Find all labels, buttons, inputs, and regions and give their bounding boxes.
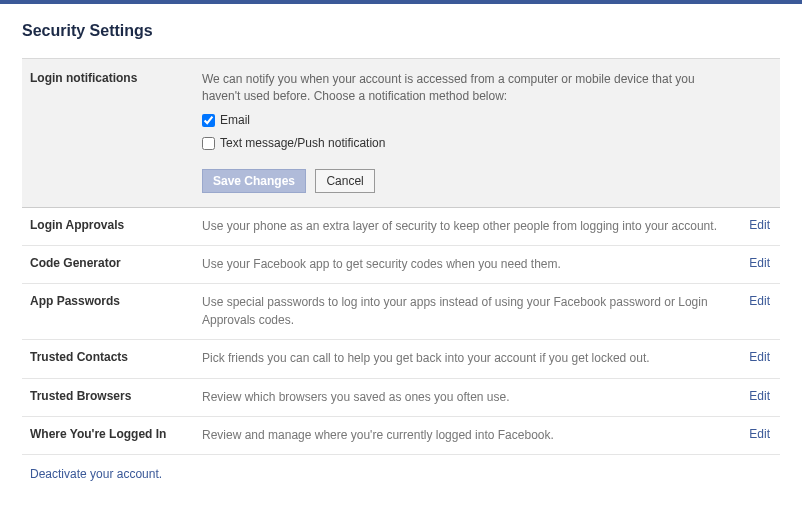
button-row: Save Changes Cancel (202, 169, 720, 193)
section-app-passwords[interactable]: App Passwords Use special passwords to l… (22, 284, 780, 340)
section-body-app-passwords: Use special passwords to log into your a… (202, 294, 730, 329)
save-button[interactable]: Save Changes (202, 169, 306, 193)
section-label-app-passwords: App Passwords (22, 294, 202, 329)
section-where-logged-in[interactable]: Where You're Logged In Review and manage… (22, 417, 780, 455)
section-body-login-approvals: Use your phone as an extra layer of secu… (202, 218, 730, 235)
section-body-trusted-browsers: Review which browsers you saved as ones … (202, 389, 730, 406)
edit-link-code-generator[interactable]: Edit (749, 256, 770, 270)
edit-link-app-passwords[interactable]: Edit (749, 294, 770, 308)
checkbox-row-email: Email (202, 112, 720, 129)
section-body-trusted-contacts: Pick friends you can call to help you ge… (202, 350, 730, 367)
checkbox-row-text: Text message/Push notification (202, 135, 720, 152)
cancel-button[interactable]: Cancel (315, 169, 374, 193)
section-label-trusted-contacts: Trusted Contacts (22, 350, 202, 367)
page-title: Security Settings (22, 22, 780, 40)
section-body-where-logged-in: Review and manage where you're currently… (202, 427, 730, 444)
checkbox-email-label[interactable]: Email (220, 112, 250, 129)
section-label-login-approvals: Login Approvals (22, 218, 202, 235)
section-body-login-notifications: We can notify you when your account is a… (202, 71, 730, 193)
section-label-trusted-browsers: Trusted Browsers (22, 389, 202, 406)
edit-link-trusted-browsers[interactable]: Edit (749, 389, 770, 403)
checkbox-text[interactable] (202, 137, 215, 150)
section-label-code-generator: Code Generator (22, 256, 202, 273)
login-notifications-description: We can notify you when your account is a… (202, 71, 720, 106)
edit-link-where-logged-in[interactable]: Edit (749, 427, 770, 441)
checkbox-text-label[interactable]: Text message/Push notification (220, 135, 385, 152)
section-label-login-notifications: Login notifications (22, 71, 202, 193)
section-label-where-logged-in: Where You're Logged In (22, 427, 202, 444)
section-login-approvals[interactable]: Login Approvals Use your phone as an ext… (22, 208, 780, 246)
section-trusted-contacts[interactable]: Trusted Contacts Pick friends you can ca… (22, 340, 780, 378)
settings-list: Login notifications We can notify you wh… (22, 58, 780, 455)
section-login-notifications: Login notifications We can notify you wh… (22, 59, 780, 208)
section-body-code-generator: Use your Facebook app to get security co… (202, 256, 730, 273)
edit-link-login-approvals[interactable]: Edit (749, 218, 770, 232)
settings-container: Security Settings Login notifications We… (0, 4, 802, 503)
section-action-login-notifications (730, 71, 780, 193)
edit-link-trusted-contacts[interactable]: Edit (749, 350, 770, 364)
deactivate-account-link[interactable]: Deactivate your account. (22, 455, 780, 493)
section-trusted-browsers[interactable]: Trusted Browsers Review which browsers y… (22, 379, 780, 417)
checkbox-email[interactable] (202, 114, 215, 127)
section-code-generator[interactable]: Code Generator Use your Facebook app to … (22, 246, 780, 284)
